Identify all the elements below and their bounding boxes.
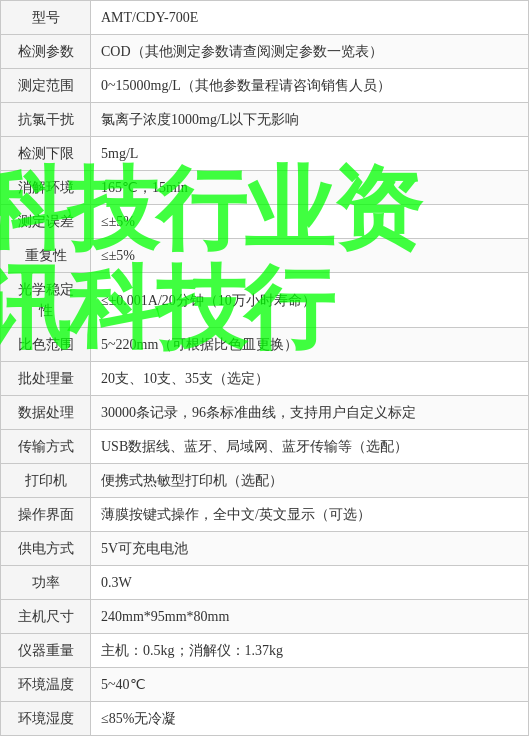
table-row: 检测下限5mg/L bbox=[1, 137, 529, 171]
row-label: 供电方式 bbox=[1, 532, 91, 566]
specs-table: 型号AMT/CDY-700E检测参数COD（其他测定参数请查阅测定参数一览表）测… bbox=[0, 0, 529, 736]
row-label: 消解环境 bbox=[1, 171, 91, 205]
table-row: 仪器重量主机：0.5kg；消解仪：1.37kg bbox=[1, 634, 529, 668]
row-label: 测定范围 bbox=[1, 69, 91, 103]
table-row: 主机尺寸240mm*95mm*80mm bbox=[1, 600, 529, 634]
row-label: 环境温度 bbox=[1, 668, 91, 702]
row-value: AMT/CDY-700E bbox=[91, 1, 529, 35]
row-value: COD（其他测定参数请查阅测定参数一览表） bbox=[91, 35, 529, 69]
row-label: 比色范围 bbox=[1, 328, 91, 362]
row-value: 薄膜按键式操作，全中文/英文显示（可选） bbox=[91, 498, 529, 532]
row-label: 光学稳定性 bbox=[1, 273, 91, 328]
row-value: 便携式热敏型打印机（选配） bbox=[91, 464, 529, 498]
table-row: 测定范围0~15000mg/L（其他参数量程请咨询销售人员） bbox=[1, 69, 529, 103]
row-value: 0.3W bbox=[91, 566, 529, 600]
table-row: 检测参数COD（其他测定参数请查阅测定参数一览表） bbox=[1, 35, 529, 69]
row-label: 批处理量 bbox=[1, 362, 91, 396]
row-value: 20支、10支、35支（选定） bbox=[91, 362, 529, 396]
row-value: 240mm*95mm*80mm bbox=[91, 600, 529, 634]
table-row: 数据处理30000条记录，96条标准曲线，支持用户自定义标定 bbox=[1, 396, 529, 430]
row-value: 氯离子浓度1000mg/L以下无影响 bbox=[91, 103, 529, 137]
row-label: 操作界面 bbox=[1, 498, 91, 532]
row-value: 0~15000mg/L（其他参数量程请咨询销售人员） bbox=[91, 69, 529, 103]
row-label: 数据处理 bbox=[1, 396, 91, 430]
row-label: 重复性 bbox=[1, 239, 91, 273]
row-value: ≤85%无冷凝 bbox=[91, 702, 529, 736]
table-row: 比色范围5~220mm（可根据比色皿更换） bbox=[1, 328, 529, 362]
table-row: 重复性≤±5% bbox=[1, 239, 529, 273]
table-row: 环境温度5~40℃ bbox=[1, 668, 529, 702]
row-label: 主机尺寸 bbox=[1, 600, 91, 634]
row-value: 主机：0.5kg；消解仪：1.37kg bbox=[91, 634, 529, 668]
table-row: 消解环境165℃，15min bbox=[1, 171, 529, 205]
row-value: ≤±5% bbox=[91, 239, 529, 273]
row-value: ≤±5% bbox=[91, 205, 529, 239]
row-label: 测定误差 bbox=[1, 205, 91, 239]
row-value: 5~220mm（可根据比色皿更换） bbox=[91, 328, 529, 362]
row-label: 打印机 bbox=[1, 464, 91, 498]
row-value: 165℃，15min bbox=[91, 171, 529, 205]
row-label: 功率 bbox=[1, 566, 91, 600]
table-row: 打印机便携式热敏型打印机（选配） bbox=[1, 464, 529, 498]
row-value: 30000条记录，96条标准曲线，支持用户自定义标定 bbox=[91, 396, 529, 430]
table-row: 光学稳定性≤±0.001A/20分钟（10万小时寿命） bbox=[1, 273, 529, 328]
table-row: 抗氯干扰氯离子浓度1000mg/L以下无影响 bbox=[1, 103, 529, 137]
row-label: 环境湿度 bbox=[1, 702, 91, 736]
row-value: USB数据线、蓝牙、局域网、蓝牙传输等（选配） bbox=[91, 430, 529, 464]
row-value: 5V可充电电池 bbox=[91, 532, 529, 566]
row-label: 检测参数 bbox=[1, 35, 91, 69]
row-label: 型号 bbox=[1, 1, 91, 35]
row-value: 5~40℃ bbox=[91, 668, 529, 702]
row-value: ≤±0.001A/20分钟（10万小时寿命） bbox=[91, 273, 529, 328]
table-row: 批处理量20支、10支、35支（选定） bbox=[1, 362, 529, 396]
row-label: 抗氯干扰 bbox=[1, 103, 91, 137]
table-row: 环境湿度≤85%无冷凝 bbox=[1, 702, 529, 736]
row-label: 传输方式 bbox=[1, 430, 91, 464]
row-label: 检测下限 bbox=[1, 137, 91, 171]
row-label: 仪器重量 bbox=[1, 634, 91, 668]
table-row: 功率0.3W bbox=[1, 566, 529, 600]
table-row: 供电方式5V可充电电池 bbox=[1, 532, 529, 566]
table-row: 测定误差≤±5% bbox=[1, 205, 529, 239]
table-row: 型号AMT/CDY-700E bbox=[1, 1, 529, 35]
table-row: 操作界面薄膜按键式操作，全中文/英文显示（可选） bbox=[1, 498, 529, 532]
table-row: 传输方式USB数据线、蓝牙、局域网、蓝牙传输等（选配） bbox=[1, 430, 529, 464]
row-value: 5mg/L bbox=[91, 137, 529, 171]
